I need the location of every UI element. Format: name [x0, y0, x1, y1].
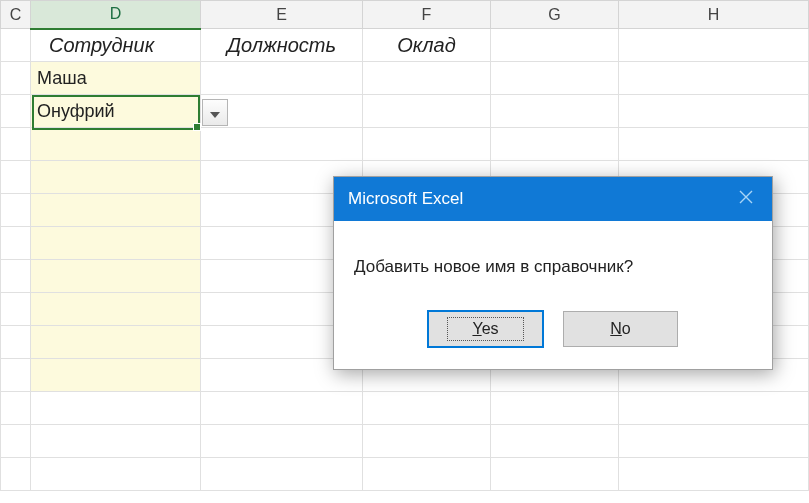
dialog-close-button[interactable]	[720, 177, 772, 221]
cell-h-header[interactable]	[619, 29, 809, 62]
cell-f-header[interactable]: Оклад	[363, 29, 491, 62]
cell-c10[interactable]	[1, 359, 31, 392]
message-dialog: Microsoft Excel Добавить новое имя в спр…	[333, 176, 773, 370]
cell-c11[interactable]	[1, 392, 31, 425]
cell-d-header[interactable]: Сотрудник	[31, 29, 201, 62]
colhead-f[interactable]: F	[363, 1, 491, 29]
cell-f3[interactable]	[363, 128, 491, 161]
colhead-d[interactable]: D	[31, 1, 201, 29]
cell-c5[interactable]	[1, 194, 31, 227]
cell-h2[interactable]	[619, 95, 809, 128]
yes-button[interactable]: Yes	[428, 311, 543, 347]
dialog-titlebar[interactable]: Microsoft Excel	[334, 177, 772, 221]
cell-d12[interactable]	[31, 425, 201, 458]
cell-c12[interactable]	[1, 425, 31, 458]
cell-d2-active[interactable]: Онуфрий	[31, 95, 201, 128]
cell-h13[interactable]	[619, 458, 809, 491]
cell-d3[interactable]	[31, 128, 201, 161]
cell-h3[interactable]	[619, 128, 809, 161]
cell-f12[interactable]	[363, 425, 491, 458]
data-row-2: Онуфрий	[1, 95, 809, 128]
column-header-row: C D E F G H	[1, 1, 809, 29]
cell-c1[interactable]	[1, 62, 31, 95]
cell-c2[interactable]	[1, 95, 31, 128]
cell-g13[interactable]	[491, 458, 619, 491]
cell-g3[interactable]	[491, 128, 619, 161]
cell-c3[interactable]	[1, 128, 31, 161]
cell-c-header[interactable]	[1, 29, 31, 62]
cell-g-header[interactable]	[491, 29, 619, 62]
cell-e1[interactable]	[201, 62, 363, 95]
close-icon	[739, 189, 753, 209]
cell-d5[interactable]	[31, 194, 201, 227]
cell-e11[interactable]	[201, 392, 363, 425]
dialog-button-row: Yes No	[334, 297, 772, 369]
cell-f11[interactable]	[363, 392, 491, 425]
colhead-c[interactable]: C	[1, 1, 31, 29]
colhead-h[interactable]: H	[619, 1, 809, 29]
dialog-message: Добавить новое имя в справочник?	[334, 221, 772, 297]
cell-e3[interactable]	[201, 128, 363, 161]
cell-f13[interactable]	[363, 458, 491, 491]
cell-g1[interactable]	[491, 62, 619, 95]
dropdown-button[interactable]	[202, 99, 228, 126]
cell-f2[interactable]	[363, 95, 491, 128]
cell-c6[interactable]	[1, 227, 31, 260]
cell-d1[interactable]: Маша	[31, 62, 201, 95]
cell-e13[interactable]	[201, 458, 363, 491]
chevron-down-icon	[210, 104, 220, 122]
cell-h12[interactable]	[619, 425, 809, 458]
cell-g2[interactable]	[491, 95, 619, 128]
cell-d9[interactable]	[31, 326, 201, 359]
cell-e12[interactable]	[201, 425, 363, 458]
cell-g11[interactable]	[491, 392, 619, 425]
no-mnemonic: N	[610, 320, 622, 337]
cell-d6[interactable]	[31, 227, 201, 260]
cell-d10[interactable]	[31, 359, 201, 392]
yes-mnemonic: Y	[472, 320, 481, 337]
yes-rest: es	[482, 320, 499, 337]
cell-c9[interactable]	[1, 326, 31, 359]
no-button[interactable]: No	[563, 311, 678, 347]
dialog-title-text: Microsoft Excel	[348, 189, 463, 209]
cell-d8[interactable]	[31, 293, 201, 326]
cell-c4[interactable]	[1, 161, 31, 194]
cell-c13[interactable]	[1, 458, 31, 491]
cell-f1[interactable]	[363, 62, 491, 95]
cell-d13[interactable]	[31, 458, 201, 491]
cell-h11[interactable]	[619, 392, 809, 425]
cell-c7[interactable]	[1, 260, 31, 293]
colhead-e[interactable]: E	[201, 1, 363, 29]
cell-d7[interactable]	[31, 260, 201, 293]
header-row: Сотрудник Должность Оклад	[1, 29, 809, 62]
cell-g12[interactable]	[491, 425, 619, 458]
cell-d4[interactable]	[31, 161, 201, 194]
cell-e-header[interactable]: Должность	[201, 29, 363, 62]
cell-d11[interactable]	[31, 392, 201, 425]
colhead-g[interactable]: G	[491, 1, 619, 29]
data-row-1: Маша	[1, 62, 809, 95]
cell-h1[interactable]	[619, 62, 809, 95]
cell-c8[interactable]	[1, 293, 31, 326]
no-rest: o	[622, 320, 631, 337]
